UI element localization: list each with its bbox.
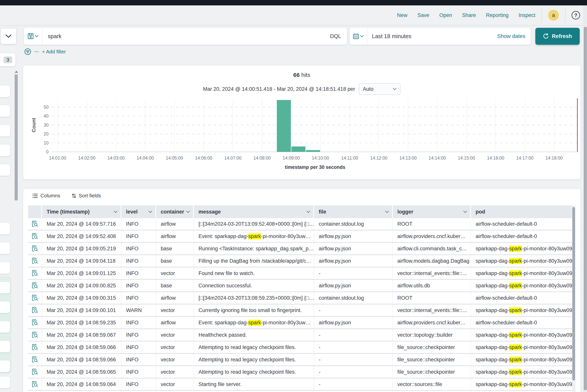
expand-cell[interactable] — [28, 342, 42, 353]
expand-cell[interactable] — [28, 378, 42, 390]
chevron-down-icon[interactable] — [148, 211, 152, 213]
header-cell-file[interactable]: file — [314, 206, 393, 218]
expand-cell[interactable] — [28, 354, 42, 366]
header-cell-time-timestamp[interactable]: Time (timestamp) — [42, 206, 122, 218]
expand-cell[interactable] — [28, 329, 42, 341]
search-input[interactable]: spark — [42, 33, 324, 40]
nav-link-open[interactable]: Open — [440, 12, 452, 18]
sidebar-scroll-up-icon[interactable] — [15, 70, 18, 73]
page-scrollbar-thumb[interactable] — [584, 27, 587, 390]
nav-link-save[interactable]: Save — [418, 12, 429, 18]
expand-cell[interactable] — [28, 280, 42, 292]
x-tick-label: 14:12:00 — [370, 156, 388, 160]
expand-cell[interactable] — [28, 255, 42, 267]
query-bar: spark DQL — [24, 28, 347, 45]
field-item-card[interactable] — [0, 86, 10, 97]
expand-cell[interactable] — [28, 366, 42, 378]
field-item-card[interactable]: × — [0, 144, 10, 156]
expand-document-icon[interactable] — [32, 245, 38, 252]
header-cell-level[interactable]: level — [122, 206, 156, 218]
header-cell-message[interactable]: message — [194, 206, 314, 218]
header-cell-container[interactable]: container — [156, 206, 194, 218]
field-item-card[interactable] — [0, 125, 10, 136]
expand-cell[interactable] — [28, 268, 42, 279]
table-row: Mar 20, 2024 @ 14:08:59.067INFOvectorHea… — [28, 329, 576, 342]
expand-cell[interactable] — [28, 304, 42, 316]
cell-time: Mar 20, 2024 @ 14:09:04.118 — [42, 255, 122, 267]
remove-field-icon[interactable]: × — [0, 147, 0, 154]
field-item-card[interactable] — [0, 242, 10, 254]
cell-time: Mar 20, 2024 @ 14:08:59.066 — [42, 342, 122, 353]
x-tick-label: 14:16:00 — [487, 156, 504, 160]
collapse-sidebar-button[interactable] — [1, 28, 16, 44]
expand-document-icon[interactable] — [32, 233, 38, 240]
cell-level: WARN — [122, 304, 156, 316]
help-icon[interactable]: ? — [572, 11, 580, 20]
field-item-card[interactable] — [0, 105, 10, 117]
field-item-card[interactable] — [0, 164, 10, 176]
cell-file: airflow.py.json — [314, 230, 393, 242]
chevron-down-icon[interactable] — [306, 211, 310, 213]
expand-cell[interactable] — [28, 292, 42, 304]
query-language-button[interactable]: DQL — [324, 33, 347, 39]
nav-link-inspect[interactable]: Inspect — [518, 12, 535, 18]
sort-fields-button[interactable]: Sort fields — [72, 193, 101, 199]
expand-cell[interactable] — [28, 218, 42, 230]
chevron-down-icon[interactable] — [186, 211, 190, 213]
expand-document-icon[interactable] — [32, 270, 38, 276]
field-item-card[interactable] — [0, 321, 10, 333]
avatar[interactable]: a — [548, 10, 559, 20]
field-item-card[interactable] — [0, 262, 10, 274]
expand-document-icon[interactable] — [32, 356, 38, 363]
expand-document-icon[interactable] — [32, 332, 38, 338]
nav-link-reporting[interactable]: Reporting — [486, 12, 508, 18]
sidebar-scrollbar[interactable] — [15, 74, 18, 200]
header-cell-pod[interactable]: pod — [471, 206, 576, 218]
header-cell-logger[interactable]: logger — [393, 206, 471, 218]
expand-cell[interactable] — [28, 243, 42, 254]
cell-logger: airflow.providers.cncf.kuber… — [393, 317, 471, 328]
expand-document-icon[interactable] — [32, 344, 38, 350]
expand-cell[interactable] — [28, 317, 42, 328]
expand-cell[interactable] — [28, 230, 42, 242]
cell-container: airflow — [156, 317, 194, 328]
documents-table-panel: Columns Sort fields Time (timestamp)leve… — [23, 189, 580, 392]
cell-container: vector — [156, 329, 194, 341]
saved-query-menu-button[interactable] — [24, 28, 42, 45]
expand-document-icon[interactable] — [32, 295, 38, 301]
nav-link-new[interactable]: New — [397, 12, 408, 18]
table-header-row: Time (timestamp)levelcontainermessagefil… — [28, 206, 576, 218]
expand-document-icon[interactable] — [32, 282, 38, 289]
field-item-card[interactable] — [0, 223, 10, 234]
search-highlight: spark — [509, 246, 522, 252]
expand-document-icon[interactable] — [32, 319, 38, 326]
expand-document-icon[interactable] — [32, 369, 38, 375]
expand-document-icon[interactable] — [32, 258, 38, 264]
filter-icon[interactable] — [24, 48, 31, 55]
expand-document-icon[interactable] — [32, 307, 38, 314]
nav-link-share[interactable]: Share — [462, 12, 476, 18]
chevron-down-icon[interactable] — [114, 211, 118, 213]
field-item-card[interactable] — [0, 302, 10, 313]
field-item-card[interactable] — [0, 376, 10, 388]
cell-container: base — [156, 255, 194, 267]
columns-button[interactable]: Columns — [32, 193, 60, 199]
expand-document-icon[interactable] — [32, 221, 38, 227]
y-tick-label: 50 — [44, 105, 48, 110]
field-item-card[interactable] — [0, 282, 10, 293]
cell-time: Mar 20, 2024 @ 14:09:52.408 — [42, 230, 122, 242]
chevron-down-icon[interactable] — [463, 211, 467, 213]
table-scrollbar-thumb[interactable] — [572, 207, 575, 380]
table-row: Mar 20, 2024 @ 14:09:57.716INFOairflow[□… — [28, 218, 576, 230]
histogram-chart[interactable]: 0102030405014:01:0014:02:0014:03:0014:04… — [23, 66, 580, 179]
table-scrollbar[interactable] — [572, 206, 576, 392]
show-dates-button[interactable]: Show dates — [497, 33, 531, 39]
field-item-card[interactable] — [0, 360, 10, 372]
time-range-value[interactable]: Last 18 minutes — [367, 33, 497, 40]
refresh-button[interactable]: Refresh — [535, 28, 580, 45]
field-item-card[interactable] — [0, 341, 10, 352]
chevron-down-icon[interactable] — [385, 211, 389, 213]
add-filter-button[interactable]: + Add filter — [42, 49, 66, 55]
quick-select-menu-button[interactable] — [350, 28, 367, 45]
expand-document-icon[interactable] — [32, 381, 38, 388]
